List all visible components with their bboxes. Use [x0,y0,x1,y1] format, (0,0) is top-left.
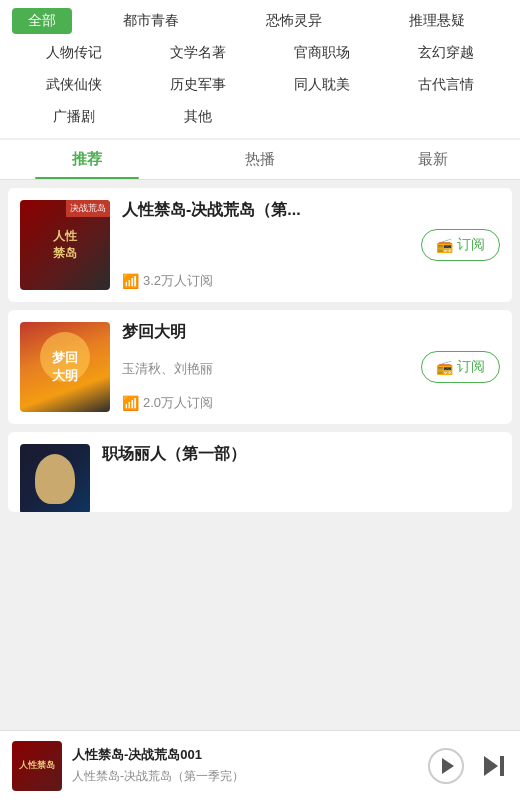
book-card-1[interactable]: 决战荒岛 人性禁岛 人性禁岛-决战荒岛（第... 📶 3.2万人订阅 📻 订阅 [8,188,512,302]
player-cover: 人性禁岛 [12,741,62,791]
book-title-1: 人性禁岛-决战荒岛（第... [122,200,500,221]
player-controls [428,748,508,784]
play-button[interactable] [428,748,464,784]
next-button[interactable] [480,752,508,780]
category-all[interactable]: 全部 [12,8,72,34]
category-fanfic[interactable]: 同人耽美 [260,72,384,98]
player-subtitle: 人性禁岛-决战荒岛（第一季完） [72,768,428,785]
category-fantasy[interactable]: 玄幻穿越 [384,40,508,66]
bottom-player: 人性禁岛 人性禁岛-决战荒岛001 人性禁岛-决战荒岛（第一季完） [0,730,520,800]
subscribe-icon-2: 📻 [436,359,453,375]
category-horror[interactable]: 恐怖灵异 [223,8,366,34]
cover-text-2: 梦回大明 [52,349,78,385]
category-biography[interactable]: 人物传记 [12,40,136,66]
book-sub-1: 📶 3.2万人订阅 [122,272,500,290]
player-cover-text: 人性禁岛 [19,759,55,772]
tab-latest[interactable]: 最新 [347,140,520,179]
book-card-3[interactable]: 职场丽人（第一部） [8,432,512,512]
player-info: 人性禁岛-决战荒岛001 人性禁岛-决战荒岛（第一季完） [72,746,428,785]
book-cover-2: 梦回大明 [20,322,110,412]
subscribe-icon-1: 📻 [436,237,453,253]
category-business[interactable]: 官商职场 [260,40,384,66]
content-area: 决战荒岛 人性禁岛 人性禁岛-决战荒岛（第... 📶 3.2万人订阅 📻 订阅 … [0,180,520,700]
tab-hot[interactable]: 热播 [173,140,346,179]
category-radio[interactable]: 广播剧 [12,104,136,130]
category-wuxia[interactable]: 武侠仙侠 [12,72,136,98]
category-row-1: 全部 都市青春 恐怖灵异 推理悬疑 [12,8,508,34]
svg-rect-1 [500,756,504,776]
book-subscribers-1: 3.2万人订阅 [143,272,213,290]
signal-icon-1: 📶 [122,273,139,289]
book-cover-3 [20,444,90,512]
tab-recommend[interactable]: 推荐 [0,140,173,179]
tabs-bar: 推荐 热播 最新 [0,140,520,180]
signal-icon-2: 📶 [122,395,139,411]
category-history[interactable]: 历史军事 [136,72,260,98]
book-title-2: 梦回大明 [122,322,500,343]
book-title-3: 职场丽人（第一部） [102,444,500,465]
subscribe-label-1: 订阅 [457,236,485,254]
category-row-3: 武侠仙侠 历史军事 同人耽美 古代言情 [12,72,508,98]
book-subscribers-2: 2.0万人订阅 [143,394,213,412]
next-icon [480,752,508,780]
subscribe-label-2: 订阅 [457,358,485,376]
category-row-4: 广播剧 其他 [12,104,508,130]
book-cover-1: 决战荒岛 人性禁岛 [20,200,110,290]
player-title: 人性禁岛-决战荒岛001 [72,746,428,764]
play-icon [442,758,454,774]
subscribe-btn-2[interactable]: 📻 订阅 [421,351,500,383]
category-bar: 全部 都市青春 恐怖灵异 推理悬疑 人物传记 文学名著 官商职场 玄幻穿越 武侠… [0,0,520,138]
book-card-2[interactable]: 梦回大明 梦回大明 玉清秋、刘艳丽 📶 2.0万人订阅 📻 订阅 [8,310,512,424]
category-classics[interactable]: 文学名著 [136,40,260,66]
book-info-3: 职场丽人（第一部） [102,444,500,512]
category-other[interactable]: 其他 [136,104,260,130]
subscribe-btn-1[interactable]: 📻 订阅 [421,229,500,261]
book-sub-2: 📶 2.0万人订阅 [122,394,500,412]
cover-text-1: 人性禁岛 [53,228,77,262]
category-urban[interactable]: 都市青春 [80,8,223,34]
category-ancient[interactable]: 古代言情 [384,72,508,98]
cover-face-3 [35,454,75,504]
svg-marker-0 [484,756,498,776]
category-mystery[interactable]: 推理悬疑 [365,8,508,34]
category-row-2: 人物传记 文学名著 官商职场 玄幻穿越 [12,40,508,66]
cover-label-1: 决战荒岛 [66,200,110,217]
